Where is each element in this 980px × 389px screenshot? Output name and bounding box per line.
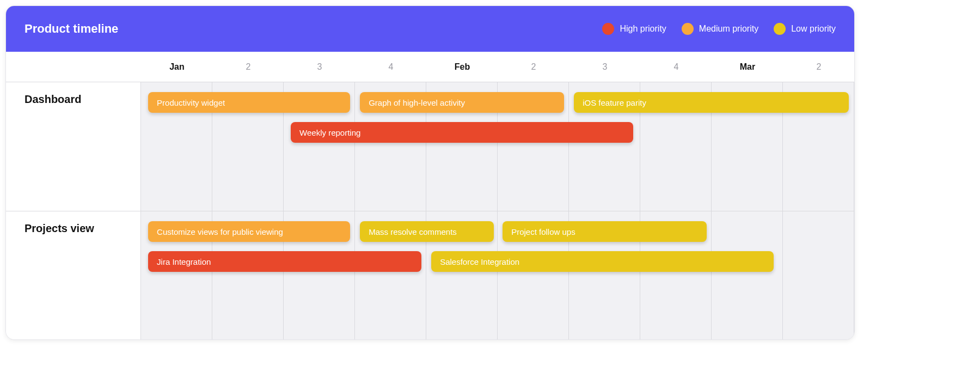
timeline-body: DashboardProductivity widgetGraph of hig…	[6, 82, 854, 339]
timeline-bar[interactable]: Project follow ups	[503, 221, 707, 242]
legend-item-medium: Medium priority	[682, 23, 758, 35]
timeline-bar-label: Weekly reporting	[299, 128, 360, 137]
timeline-columns: Jan234Feb234Mar2	[141, 52, 854, 82]
timeline-column-label: Mar	[712, 52, 783, 82]
timeline-row-dashboard: DashboardProductivity widgetGraph of hig…	[6, 82, 854, 211]
legend-item-high: High priority	[602, 23, 666, 35]
priority-legend: High priority Medium priority Low priori…	[602, 23, 836, 35]
page-title: Product timeline	[24, 22, 118, 36]
timeline-column-label: 3	[284, 52, 355, 82]
priority-dot-medium-icon	[682, 23, 694, 35]
legend-label: Low priority	[791, 24, 836, 34]
priority-dot-high-icon	[602, 23, 614, 35]
timeline-column-label: 3	[569, 52, 640, 82]
row-grid: Customize views for public viewingMass r…	[141, 211, 854, 339]
timeline-column-label: 4	[640, 52, 712, 82]
timeline-column-label: Jan	[141, 52, 212, 82]
grid-cell	[712, 211, 783, 339]
legend-item-low: Low priority	[774, 23, 836, 35]
grid-cell	[783, 211, 854, 339]
timeline-column-label: 4	[355, 52, 426, 82]
row-grid: Productivity widgetGraph of high-level a…	[141, 82, 854, 211]
timeline-column-label: 2	[783, 52, 854, 82]
timeline-bar[interactable]: iOS feature parity	[574, 92, 848, 113]
priority-dot-low-icon	[774, 23, 786, 35]
timeline-bar[interactable]: Graph of high-level activity	[360, 92, 564, 113]
timeline-bar-label: Graph of high-level activity	[369, 98, 465, 107]
timeline-bar-label: Salesforce Integration	[440, 257, 519, 266]
timeline-bar[interactable]: Customize views for public viewing	[148, 221, 350, 242]
timeline-column-label: 2	[498, 52, 569, 82]
timeline-bar-label: Mass resolve comments	[369, 227, 457, 236]
timeline-column-label: Feb	[426, 52, 498, 82]
row-label-spacer	[6, 52, 141, 82]
timeline-bar-label: Jira Integration	[157, 257, 211, 266]
row-label: Dashboard	[6, 82, 141, 211]
timeline-bar-label: iOS feature parity	[583, 98, 646, 107]
timeline-bar-label: Project follow ups	[511, 227, 575, 236]
timeline-header: Product timeline High priority Medium pr…	[6, 6, 854, 52]
timeline-bar-label: Productivity widget	[157, 98, 225, 107]
timeline-bar[interactable]: Mass resolve comments	[360, 221, 494, 242]
timeline-column-label: 2	[212, 52, 284, 82]
row-label: Projects view	[6, 211, 141, 339]
timeline-row-projects-view: Projects viewCustomize views for public …	[6, 211, 854, 339]
timeline-bar-label: Customize views for public viewing	[157, 227, 283, 236]
timeline-bar[interactable]: Salesforce Integration	[431, 251, 774, 272]
timeline-bar[interactable]: Productivity widget	[148, 92, 350, 113]
timeline-column-header: Jan234Feb234Mar2	[6, 52, 854, 82]
timeline-bar[interactable]: Jira Integration	[148, 251, 421, 272]
product-timeline-card: Product timeline High priority Medium pr…	[5, 5, 855, 340]
timeline-bar[interactable]: Weekly reporting	[291, 122, 633, 143]
legend-label: Medium priority	[699, 24, 758, 34]
legend-label: High priority	[620, 24, 666, 34]
